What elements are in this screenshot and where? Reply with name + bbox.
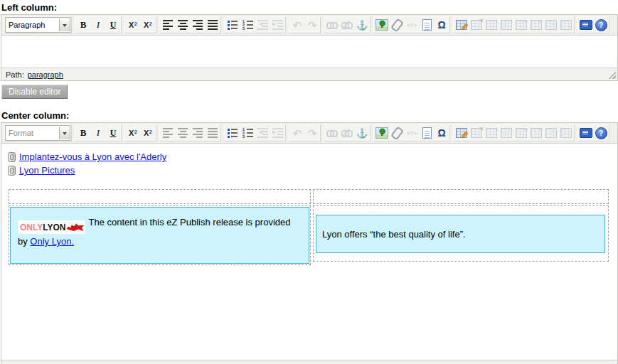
italic-button[interactable]: I [91,126,105,140]
subscript-button[interactable]: X2 [126,126,140,140]
insert-file-button[interactable] [390,126,404,140]
remove-link-button[interactable] [340,126,354,140]
insert-link-button[interactable] [325,18,339,32]
insert-column-after-button[interactable]: → [529,126,543,140]
anchor-button[interactable]: ⚓ [355,126,369,140]
outdent-button[interactable] [255,126,270,140]
resize-grip-icon[interactable] [608,71,616,79]
custom-tag-button[interactable]: <?> [405,126,419,140]
italic-button[interactable]: I [91,18,105,32]
embed-frame: Lyon offers “the best quality of life”. [313,205,609,262]
only-lyon-embed[interactable]: ONLYLYONThe content in this eZ Publish r… [10,207,309,264]
align-center-button[interactable] [176,126,190,140]
style-dropdown[interactable]: Paragraph [5,17,70,33]
outdent-button[interactable] [255,18,270,32]
align-left-button[interactable] [161,126,175,140]
underline-button[interactable]: U [106,126,120,140]
insert-row-after-button[interactable]: ↓ [499,126,513,140]
chevron-down-icon[interactable] [59,18,70,31]
special-char-button[interactable]: Ω [435,18,449,32]
redo-button[interactable]: ↷ [305,126,319,140]
empty-line-placeholder[interactable] [9,189,311,204]
justify-button[interactable] [206,18,220,32]
insert-literal-button[interactable] [420,18,434,32]
path-paragraph-link[interactable]: paragraph [28,70,63,79]
insert-table-button[interactable] [454,126,469,140]
unlink-icon [341,21,353,28]
toggle-guidelines-button[interactable] [579,126,593,140]
special-char-button[interactable]: Ω [435,126,449,140]
left-editor-content[interactable] [1,35,617,68]
numbered-list-button[interactable] [240,18,255,32]
help-button[interactable]: ? [594,126,608,140]
insert-link-button[interactable] [325,126,339,140]
path-label: Path: [6,70,24,79]
style-dropdown[interactable]: Format [5,125,70,141]
remove-link-button[interactable] [340,18,354,32]
link-icon [326,21,338,28]
disable-editor-button[interactable]: Disable editor [1,85,68,99]
undo-icon: ↶ [293,128,302,139]
toggle-guidelines-button[interactable] [579,18,593,32]
superscript-button[interactable]: X2 [141,18,155,32]
insert-table-button[interactable] [454,18,469,32]
align-right-button[interactable] [191,126,205,140]
align-right-button[interactable] [191,18,205,32]
indent-button[interactable] [270,126,284,140]
undo-button[interactable]: ↶ [290,18,304,32]
anchor-button[interactable]: ⚓ [355,18,369,32]
insert-row-after-icon: ↓ [501,128,512,138]
insert-row-before-button[interactable]: ↓ [484,18,499,32]
delete-table-icon: × [471,20,482,30]
merge-cells-button[interactable] [544,18,558,32]
empty-line-placeholder[interactable] [313,189,609,204]
aderly-link[interactable]: Implantez-vous à Lyon avec l'Aderly [19,151,166,162]
insert-file-button[interactable] [390,18,404,32]
insert-column-after-button[interactable]: → [529,18,543,32]
chevron-down-icon[interactable] [59,127,70,139]
merge-cells-button[interactable] [544,126,558,140]
paperclip-icon [390,126,403,140]
superscript-button[interactable]: X2 [141,126,155,140]
subscript-button[interactable]: X2 [126,18,140,32]
insert-column-before-button[interactable]: → [514,18,528,32]
numbered-list-button[interactable] [240,126,255,140]
bold-icon: B [80,19,87,31]
split-cells-button[interactable] [559,126,573,140]
bullet-list-button[interactable] [225,18,240,32]
split-cells-button[interactable] [559,18,573,32]
only-lyon-link[interactable]: Only Lyon. [30,236,74,247]
outdent-icon [257,128,268,138]
align-center-button[interactable] [176,18,190,32]
insert-column-before-button[interactable]: → [514,126,528,140]
delete-table-button[interactable]: × [469,126,484,140]
bullet-list-button[interactable] [225,126,240,140]
align-left-button[interactable] [161,18,175,32]
bold-button[interactable]: B [76,18,90,32]
bold-icon: B [80,127,87,139]
bold-button[interactable]: B [76,126,90,140]
help-button[interactable]: ? [594,18,608,32]
insert-column-after-icon: → [531,20,542,30]
help-icon: ? [595,19,607,31]
insert-row-before-button[interactable]: ↓ [484,126,499,140]
undo-button[interactable]: ↶ [290,126,304,140]
insert-image-button[interactable] [375,18,389,32]
redo-icon: ↷ [308,20,317,31]
custom-tag-button[interactable]: <?> [405,18,419,32]
quality-of-life-embed[interactable]: Lyon offers “the best quality of life”. [316,215,605,253]
redo-button[interactable]: ↷ [305,18,319,32]
insert-literal-button[interactable] [420,126,434,140]
indent-button[interactable] [270,18,284,32]
delete-table-button[interactable]: × [469,18,484,32]
insert-row-after-button[interactable]: ↓ [499,18,513,32]
split-cells-icon [560,20,572,30]
align-center-icon [178,20,188,30]
lyon-pictures-link[interactable]: Lyon Pictures [19,165,75,176]
indent-icon [272,20,283,30]
split-cells-icon [560,128,572,138]
justify-button[interactable] [206,126,220,140]
center-editor-content[interactable]: Implantez-vous à Lyon avec l'Aderly Lyon… [1,143,617,360]
insert-image-button[interactable] [375,126,389,140]
underline-button[interactable]: U [106,18,120,32]
